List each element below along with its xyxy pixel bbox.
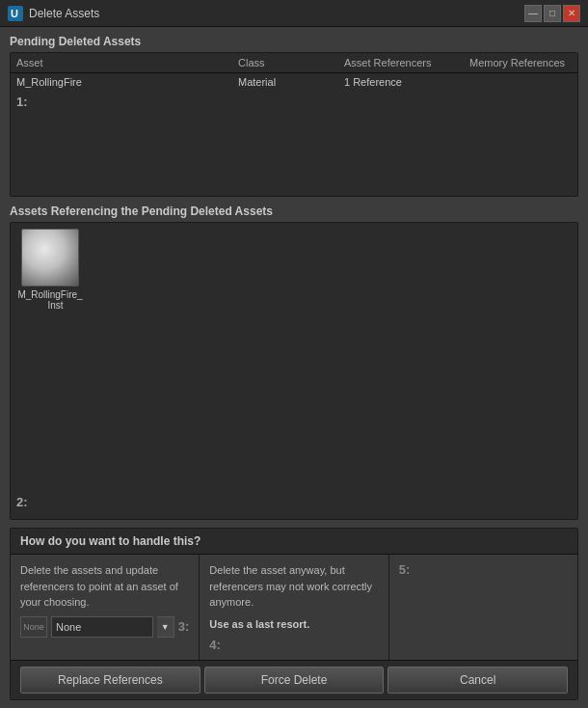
asset-card-name: M_RollingFire_ Inst bbox=[17, 289, 82, 311]
none-thumbnail: None bbox=[20, 616, 47, 638]
replace-references-button[interactable]: Replace References bbox=[20, 667, 200, 694]
step-3-badge: 3: bbox=[178, 619, 190, 634]
pending-assets-table: Asset Class Asset Referencers Memory Ref… bbox=[10, 52, 578, 197]
table-row: M_RollingFire Material 1 Reference bbox=[11, 73, 577, 91]
referencing-section-label: Assets Referencing the Pending Deleted A… bbox=[10, 204, 578, 218]
asset-referencers-cell: 1 Reference bbox=[344, 76, 469, 88]
col-class: Class bbox=[238, 57, 344, 68]
cancel-button[interactable]: Cancel bbox=[388, 667, 568, 694]
pending-assets-section: Pending Deleted Assets Asset Class Asset… bbox=[10, 35, 578, 197]
action-columns: Delete the assets and update referencers… bbox=[11, 555, 577, 660]
col-memory: Memory References bbox=[469, 57, 566, 68]
asset-class-cell: Material bbox=[238, 76, 344, 88]
replace-references-col: Delete the assets and update referencers… bbox=[11, 555, 200, 660]
window-title: Delete Assets bbox=[29, 7, 99, 20]
window-controls: — □ ✕ bbox=[524, 5, 580, 22]
force-delete-button[interactable]: Force Delete bbox=[204, 667, 385, 694]
buttons-row: Replace References Force Delete Cancel bbox=[11, 660, 577, 699]
col-referencers: Asset Referencers bbox=[344, 57, 469, 68]
none-select[interactable]: None bbox=[51, 616, 153, 638]
title-bar: U Delete Assets — □ ✕ bbox=[0, 0, 588, 27]
cancel-col: 5: bbox=[389, 555, 577, 660]
asset-grid: M_RollingFire_ Inst 2: bbox=[10, 222, 578, 520]
col-asset: Asset bbox=[16, 57, 238, 68]
referencing-assets-section: Assets Referencing the Pending Deleted A… bbox=[10, 204, 578, 520]
asset-name-cell: M_RollingFire bbox=[16, 76, 238, 88]
replace-description: Delete the assets and update referencers… bbox=[20, 562, 189, 611]
step-2-badge: 2: bbox=[11, 491, 34, 513]
action-section: How do you want to handle this? Delete t… bbox=[10, 528, 578, 700]
replace-row: None None ▼ 3: bbox=[20, 616, 189, 638]
select-label: None bbox=[56, 621, 81, 633]
svg-text:U: U bbox=[11, 8, 18, 19]
close-button[interactable]: ✕ bbox=[563, 5, 580, 22]
minimize-button[interactable]: — bbox=[524, 5, 542, 22]
action-header: How do you want to handle this? bbox=[11, 529, 577, 555]
table-header-row: Asset Class Asset Referencers Memory Ref… bbox=[11, 53, 577, 73]
maximize-button[interactable]: □ bbox=[544, 5, 561, 22]
force-delete-col: Delete the asset anyway, but referencers… bbox=[200, 555, 388, 660]
pending-section-label: Pending Deleted Assets bbox=[10, 35, 578, 48]
asset-thumbnail bbox=[21, 229, 79, 286]
app-icon: U bbox=[8, 6, 23, 21]
force-delete-note: Use as a last resort. bbox=[209, 616, 378, 633]
step-4-badge: 4: bbox=[209, 638, 221, 652]
select-dropdown-arrow[interactable]: ▼ bbox=[157, 616, 174, 638]
asset-card[interactable]: M_RollingFire_ Inst bbox=[16, 229, 84, 311]
step-5-badge: 5: bbox=[399, 562, 411, 577]
step-1-badge: 1: bbox=[11, 91, 577, 113]
force-delete-description: Delete the asset anyway, but referencers… bbox=[209, 562, 378, 611]
